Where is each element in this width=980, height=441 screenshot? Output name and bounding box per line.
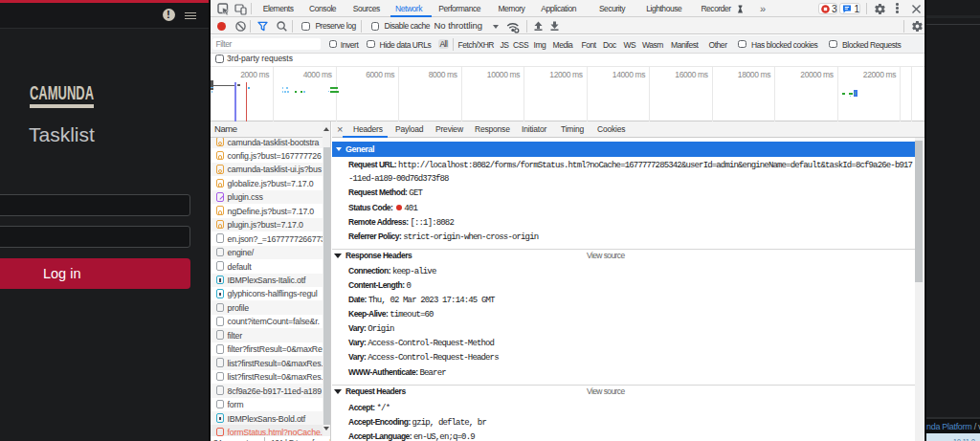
svg-text:CAMUNDA: CAMUNDA: [30, 84, 94, 103]
